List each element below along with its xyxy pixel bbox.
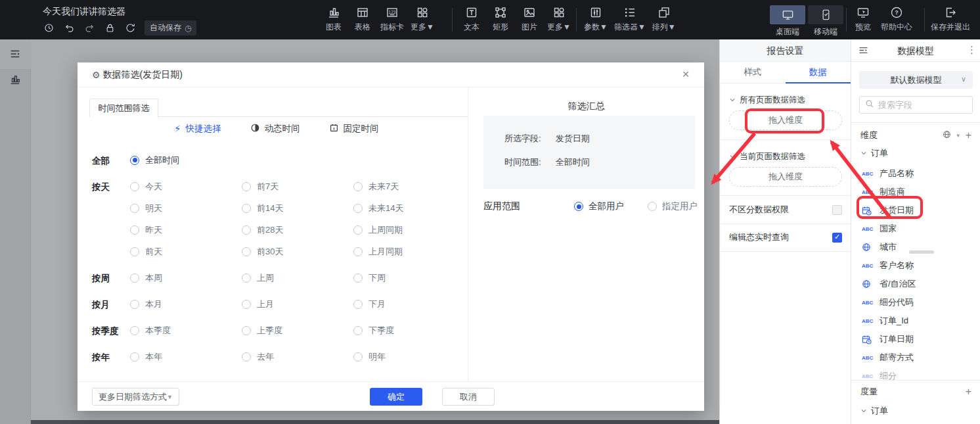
radio-all-time[interactable]: 全部时间: [130, 155, 242, 165]
redo-icon[interactable]: [83, 22, 95, 34]
radio-last-week[interactable]: 上周: [242, 273, 353, 283]
field-segment[interactable]: ABC细分: [862, 367, 897, 380]
radio-next-year[interactable]: 明年: [353, 352, 465, 362]
radio-next-week[interactable]: 下周: [353, 273, 465, 283]
field-product-name[interactable]: ABC产品名称: [862, 164, 914, 183]
save-exit-button[interactable]: 保存并退出: [927, 5, 973, 33]
radio-icon: [242, 273, 251, 283]
radio-same-period-last-month[interactable]: 上月同期: [353, 247, 465, 256]
radio-icon: [130, 326, 139, 335]
radio-last-30-days[interactable]: 前30天: [242, 247, 353, 256]
section-current-page-filter[interactable]: 当前页面数据筛选: [729, 151, 805, 162]
mode-quick-select[interactable]: ⚡ 快捷选择: [174, 123, 221, 135]
kebab-menu-icon[interactable]: ⋮: [967, 44, 975, 56]
drop-dimension-zone-current-page[interactable]: 拖入维度: [729, 167, 842, 187]
drop-dimension-zone-all-pages[interactable]: 拖入维度: [729, 110, 842, 130]
caret-down-icon[interactable]: ▼: [956, 133, 961, 139]
field-segment-code[interactable]: ABC细分代码: [862, 293, 914, 312]
history-icon[interactable]: [43, 22, 55, 34]
abc-icon: ABC: [862, 355, 875, 361]
radio-last-7-days[interactable]: 前7天: [242, 181, 353, 191]
device-desktop[interactable]: 桌面端: [770, 5, 805, 37]
tool-arrange[interactable]: 排列▼: [649, 5, 679, 33]
tool-table[interactable]: 表格: [348, 5, 377, 33]
radio-next-month[interactable]: 下月: [353, 299, 465, 309]
apply-scope-row: 应用范围 全部用户 指定用户: [483, 200, 721, 212]
field-province[interactable]: 省/自治区: [862, 275, 916, 293]
tool-more-object[interactable]: 更多▼: [544, 5, 574, 33]
refresh-icon[interactable]: [124, 22, 136, 34]
radio-last-quarter[interactable]: 上季度: [242, 325, 353, 335]
search-input[interactable]: [878, 100, 957, 110]
geo-globe-icon[interactable]: [943, 130, 951, 141]
field-customer-name[interactable]: ABC客户名称: [862, 256, 914, 275]
abc-icon: ABC: [862, 226, 875, 232]
field-ship-date[interactable]: 发货日期: [862, 201, 914, 220]
field-manufacturer[interactable]: ABC制造商: [862, 183, 905, 201]
confirm-button[interactable]: 确定: [370, 388, 422, 406]
model-selector[interactable]: 默认数据模型 ∨: [859, 71, 973, 89]
rectangle-icon: [494, 5, 507, 20]
lightning-icon: ⚡: [174, 123, 181, 135]
radio-last-month[interactable]: 上月: [242, 299, 353, 309]
mode-dynamic-time[interactable]: 动态时间: [250, 123, 300, 135]
quick-select-options: 全部 全部时间 按天 今天 前7天 未来7天 明天 前14天 未来14天 昨天 …: [92, 155, 465, 373]
field-ship-mode[interactable]: ABC邮寄方式: [862, 348, 914, 367]
radio-next-quarter[interactable]: 下季度: [353, 325, 465, 335]
radio-this-week[interactable]: 本周: [130, 273, 242, 283]
tab-time-range-filter[interactable]: 时间范围筛选: [89, 99, 158, 118]
help-center-button[interactable]: ? 帮助中心: [878, 5, 916, 33]
tool-text[interactable]: 文本: [457, 5, 486, 33]
measure-group-orders[interactable]: 订单: [860, 405, 888, 417]
radio-icon: [130, 204, 139, 213]
radio-tomorrow[interactable]: 明天: [130, 203, 242, 213]
tool-chart[interactable]: 图表: [319, 5, 348, 33]
device-mobile[interactable]: 移动端: [808, 5, 843, 37]
radio-next-14-days[interactable]: 未来14天: [353, 203, 465, 213]
tool-filter[interactable]: 筛选器▼: [611, 5, 649, 33]
radio-this-month[interactable]: 本月: [130, 299, 242, 309]
checkbox-unchecked[interactable]: [832, 205, 842, 215]
radio-all-users[interactable]: 全部用户: [574, 200, 648, 212]
checkbox-checked[interactable]: [832, 233, 842, 243]
tool-kpi-card[interactable]: 123 指标卡: [377, 5, 407, 33]
tool-rectangle[interactable]: 矩形: [486, 5, 515, 33]
radio-last-28-days[interactable]: 前28天: [242, 225, 353, 235]
scroll-indicator[interactable]: [909, 250, 934, 254]
parameters-icon: [589, 5, 602, 20]
radio-icon: [130, 156, 139, 165]
radio-day-before-yesterday[interactable]: 前天: [130, 247, 242, 256]
field-city[interactable]: 城市: [862, 238, 897, 256]
field-country[interactable]: ABC国家: [862, 220, 897, 238]
field-order-id[interactable]: ABC订单_Id: [862, 312, 908, 330]
tab-style[interactable]: 样式: [720, 62, 786, 83]
radio-today[interactable]: 今天: [130, 181, 242, 191]
tool-more-insert[interactable]: 更多▼: [407, 5, 437, 33]
close-icon[interactable]: ×: [678, 67, 694, 82]
lock-icon[interactable]: [104, 22, 116, 34]
radio-yesterday[interactable]: 昨天: [130, 225, 242, 235]
add-measure-icon[interactable]: +: [966, 387, 971, 396]
radio-specified-users[interactable]: 指定用户: [648, 200, 721, 212]
cancel-button[interactable]: 取消: [442, 388, 495, 406]
autosave-label: 自动保存: [150, 22, 181, 34]
radio-next-7-days[interactable]: 未来7天: [353, 181, 465, 191]
preview-button[interactable]: 预览: [849, 5, 878, 33]
mode-fixed-time[interactable]: 固定时间: [329, 123, 379, 135]
picture-icon: [523, 5, 536, 20]
field-order-date[interactable]: 订单日期: [862, 330, 914, 348]
radio-icon: [353, 225, 363, 235]
radio-this-year[interactable]: 本年: [130, 352, 242, 362]
radio-this-quarter[interactable]: 本季度: [130, 325, 242, 335]
section-all-pages-filter[interactable]: 所有页面数据筛选: [729, 95, 805, 106]
add-dimension-icon[interactable]: +: [966, 131, 971, 140]
tool-parameters[interactable]: 参数▼: [581, 5, 611, 33]
radio-last-year[interactable]: 去年: [242, 352, 353, 362]
dimension-group-orders[interactable]: 订单: [860, 147, 888, 159]
radio-last-14-days[interactable]: 前14天: [242, 203, 353, 213]
tab-data[interactable]: 数据: [786, 62, 851, 83]
undo-icon[interactable]: [63, 22, 75, 34]
tool-picture[interactable]: 图片: [515, 5, 544, 33]
radio-same-period-last-week[interactable]: 上周同期: [353, 225, 465, 235]
more-date-filter-dropdown[interactable]: 更多日期筛选方式 ▼: [92, 388, 179, 406]
